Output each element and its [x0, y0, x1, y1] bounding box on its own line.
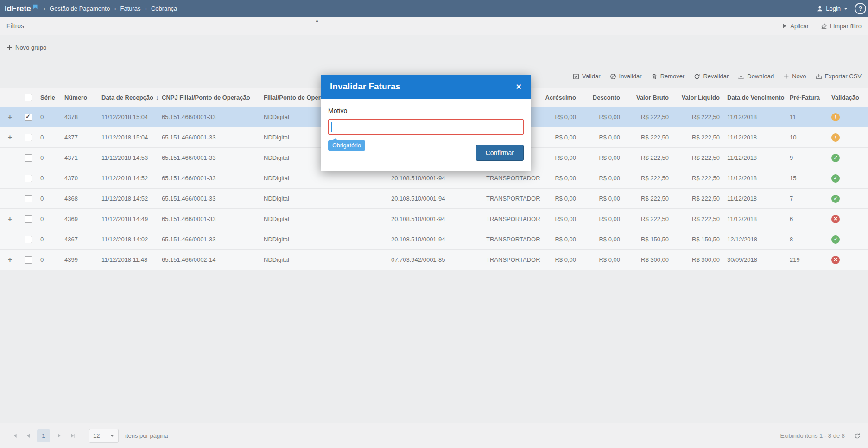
modal-footer-row: Obrigatório Confirmar [328, 135, 524, 161]
app-root: ldFrete ›Gestão de Pagamento›Faturas›Cob… [0, 0, 868, 448]
confirm-button[interactable]: Confirmar [476, 145, 524, 161]
required-tooltip: Obrigatório [328, 140, 365, 151]
modal-title: Invalidar Faturas [330, 82, 400, 92]
motivo-input[interactable] [328, 119, 524, 135]
invalidate-modal: Invalidar Faturas ✕ Motivo Obrigatório C… [321, 75, 531, 171]
modal-overlay [0, 0, 868, 448]
text-caret [331, 122, 332, 132]
motivo-label: Motivo [328, 107, 524, 114]
motivo-input-wrap [328, 119, 524, 135]
modal-body: Motivo Obrigatório Confirmar [321, 99, 531, 171]
modal-header: Invalidar Faturas ✕ [321, 75, 531, 99]
close-icon[interactable]: ✕ [516, 82, 522, 91]
